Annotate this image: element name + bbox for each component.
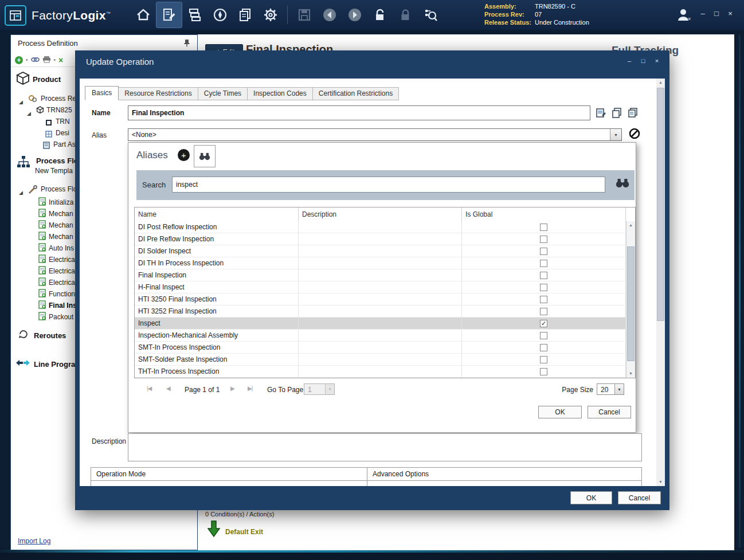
default-exit-label[interactable]: Default Exit [225,528,263,536]
scroll-up-icon[interactable]: ▲ [656,79,665,87]
search-tab[interactable] [194,145,216,167]
is-global-checkbox[interactable] [540,296,547,303]
sidebar-item-design[interactable]: Desi [56,129,69,137]
scroll-down-icon[interactable]: ▼ [656,478,665,486]
documents-button[interactable] [233,2,258,28]
navigation-button[interactable] [207,2,233,28]
alias-dropdown[interactable]: <None> ▼ [128,128,622,141]
sidebar-item-product[interactable]: Product [33,75,61,84]
lock-button[interactable] [393,2,418,28]
copy-all-icon[interactable] [624,107,640,119]
aliases-ok-button[interactable]: OK [538,406,582,418]
alias-table-row[interactable]: Inspection-Mechanical Assembly [135,330,626,342]
is-global-checkbox[interactable] [540,356,547,363]
next-page-button[interactable]: ▶ [230,385,234,391]
column-header-name[interactable]: Name [135,207,299,221]
add-icon[interactable]: + [15,56,23,64]
is-global-checkbox[interactable] [540,332,547,339]
dialog-tab[interactable]: Certification Restrictions [313,87,399,100]
settings-gear-button[interactable] [258,2,283,28]
alias-table-row[interactable]: SMT-Solder Paste Inspection [135,354,626,366]
column-header-is-global[interactable]: Is Global [462,207,626,221]
back-button[interactable] [317,2,342,28]
forward-button[interactable] [342,2,367,28]
aliases-cancel-button[interactable]: Cancel [588,406,631,418]
dialog-scrollbar[interactable]: ▲ ▼ [656,79,665,486]
alias-table-row[interactable]: THT-In Process Inspection [135,366,626,378]
last-page-button[interactable]: ▶| [248,385,252,391]
sidebar-item-trn[interactable]: TRN825 [46,106,72,114]
print-icon[interactable] [42,55,51,65]
dialog-ok-button[interactable]: OK [570,491,612,504]
expand-all-icon[interactable]: × [58,56,63,64]
sidebar-item-trn-sub[interactable]: TRN [56,118,70,126]
name-input[interactable] [128,105,590,120]
alias-table-row[interactable]: DI Solder Inspect [135,245,626,257]
sidebar-item-process-flow[interactable]: Process Flo [36,156,79,165]
search-button[interactable] [615,178,630,190]
dialog-cancel-button[interactable]: Cancel [618,491,661,504]
sidebar-item-process-flow-tree[interactable]: Process Flo [41,185,77,193]
alias-table-row[interactable]: HTI 3250 Final Inspection [135,293,626,306]
save-button[interactable] [292,2,317,28]
sidebar-item-line-programming[interactable]: Line Progra [34,360,75,369]
link-icon[interactable] [31,55,40,65]
user-icon[interactable]: × [674,6,694,24]
clear-alias-icon[interactable] [629,128,640,139]
alias-table-row[interactable]: DI Post Reflow Inspection [135,221,626,233]
alias-table-row[interactable]: SMT-In Process Inspection [135,342,626,354]
home-button[interactable] [131,2,156,28]
maximize-button[interactable]: □ [711,9,722,18]
import-log-link[interactable]: Import Log [18,537,50,545]
add-dropdown-icon[interactable]: ▾ [26,58,28,62]
add-alias-button[interactable]: + [178,149,190,161]
scrollbar-thumb[interactable] [627,246,635,361]
goto-page-input[interactable]: 1 ▼ [304,383,335,395]
column-header-description[interactable]: Description [299,207,462,221]
search-input[interactable] [172,177,605,193]
alias-table-row[interactable]: Inspect [135,318,626,330]
dialog-tab[interactable]: Basics [85,86,119,100]
scroll-up-icon[interactable]: ▲ [626,221,635,229]
print-dropdown-icon[interactable]: ▾ [54,58,56,62]
dialog-close-button[interactable]: × [652,57,662,66]
is-global-checkbox[interactable] [540,260,547,267]
dialog-tab[interactable]: Cycle Times [198,87,248,100]
is-global-checkbox[interactable] [540,368,547,375]
is-global-checkbox[interactable] [540,272,547,279]
alias-table-row[interactable]: HTI 3252 Final Inspection [135,306,626,318]
expand-arrow-icon[interactable]: ◢ [19,96,23,106]
sidebar-item-process-rev[interactable]: Process Rev [41,95,80,103]
scrollbar-thumb[interactable] [657,88,664,321]
alias-table-row[interactable]: H-Final Inspect [135,281,626,293]
page-size-dropdown[interactable]: 20 ▼ [597,383,624,395]
is-global-checkbox[interactable] [540,344,547,351]
sidebar-item-reroutes[interactable]: Reroutes [34,331,66,340]
process-definition-button[interactable] [156,2,182,28]
chevron-down-icon[interactable]: ▼ [610,129,621,140]
dialog-tab[interactable]: Inspection Codes [248,87,313,100]
materials-button[interactable] [182,2,207,28]
alias-table-row[interactable]: DI Pre Reflow Inspection [135,233,626,245]
scroll-down-icon[interactable]: ▼ [626,370,635,378]
description-textarea[interactable] [128,433,642,461]
expand-arrow-icon[interactable]: ◢ [27,107,31,118]
audit-search-button[interactable] [418,2,443,28]
minimize-button[interactable]: – [697,9,708,18]
sidebar-item-new-template[interactable]: New Templa [35,167,73,175]
alias-table-row[interactable]: Final Inspection [135,269,626,281]
pin-icon[interactable] [183,39,190,49]
expand-arrow-icon[interactable]: ◢ [19,186,23,197]
is-global-checkbox[interactable] [540,236,547,243]
rename-icon[interactable] [593,107,609,119]
is-global-checkbox[interactable] [540,224,547,231]
is-global-checkbox[interactable] [540,284,547,291]
copy-icon[interactable] [609,107,624,119]
is-global-checkbox[interactable] [540,320,547,327]
close-button[interactable]: × [725,9,736,18]
prev-page-button[interactable]: ◀ [166,385,170,391]
is-global-checkbox[interactable] [540,248,547,255]
dialog-maximize-button[interactable]: □ [638,57,648,66]
alias-table-row[interactable]: DI TH In Process Inspection [135,257,626,269]
unlock-button[interactable] [367,2,393,28]
